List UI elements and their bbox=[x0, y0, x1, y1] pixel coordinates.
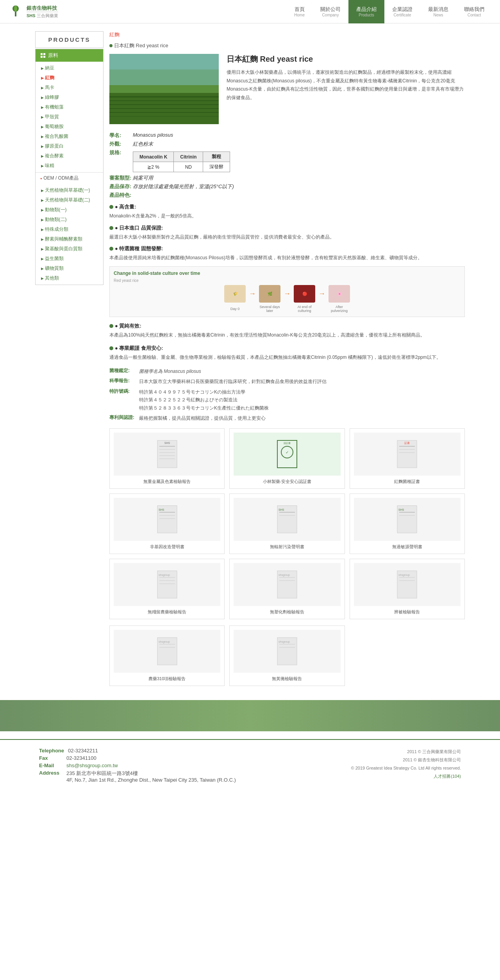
cert-5[interactable]: SHS 無過敏源聲明書 bbox=[350, 494, 465, 554]
sidebar-item-special[interactable]: 特殊成分類 bbox=[36, 225, 103, 234]
cert-7[interactable]: shsgroup 無塑化劑檢驗報告 bbox=[229, 559, 345, 619]
copyright-1: 2011 © 三合興藥業有限公司 bbox=[351, 748, 461, 756]
feature-text-2: 本產品後使用原純米培養的紅麴菌種(Monascus Pilosus)培養，以固態… bbox=[109, 254, 465, 262]
sidebar-item-animal1[interactable]: 動物類(一) bbox=[36, 205, 103, 215]
footer-tel-row: Telephone 02-32342211 bbox=[39, 748, 236, 754]
sidebar-oem-list: 天然植物與草基礎(一) 天然植物與草基礎(二) 動物類(一) 動物類(二) 特殊… bbox=[36, 184, 103, 285]
logo-text: 銀杏生物科技 SHS 三合興藥業 bbox=[27, 5, 58, 19]
feature-high-content: ● 高含量: Monakolin-K含量為2%，是一般的5倍高。 bbox=[109, 203, 465, 221]
feature-quality: ● 日本進口 品質保證: 嚴選日本大阪小林製藥所製作之高品質紅麴，嚴格的衛生管理… bbox=[109, 225, 465, 242]
cert-label-2: 紅麴菌種証書 bbox=[354, 479, 461, 485]
svg-rect-17 bbox=[157, 440, 177, 468]
nav-contact[interactable]: 聯絡我們Contact bbox=[456, 0, 492, 23]
sidebar: PRODUCTS 原料 納豆 紅麴 馬卡 綠蜂膠 有機蛆藻 甲殼質 葡萄糖胺 複… bbox=[35, 31, 104, 692]
spec-latin: 學名: Monascus pilosus bbox=[109, 132, 465, 139]
cert-img-8: shsgroup bbox=[354, 563, 461, 606]
nav-products[interactable]: 產品介紹Products bbox=[348, 0, 384, 23]
safe-text: 通過食品一般生菌檢驗、重金屬、微生物專業檢測，檢驗報告截質，本產品之紅麴無抽出橘… bbox=[109, 353, 465, 362]
sidebar-item-mineral[interactable]: 礦物質類 bbox=[36, 264, 103, 273]
product-description: 優用日本大阪小林製藥產品，以傳統手法，遵家技術製造出的紅麴製品，經過標準的嚴製粉… bbox=[227, 68, 465, 102]
sidebar-item-probiotic[interactable]: 益生菌類 bbox=[36, 254, 103, 264]
nav-company[interactable]: 關於公司Company bbox=[312, 0, 348, 23]
logo-area: 銀杏生物科技 SHS 三合興藥業 bbox=[8, 4, 86, 20]
sidebar-item-plant1[interactable]: 天然植物與草基礎(一) bbox=[36, 185, 103, 195]
svg-text:SHS: SHS bbox=[159, 508, 164, 511]
spec-appearance: 外觀: 紅色粉末 bbox=[109, 141, 465, 148]
sidebar-item-animal2[interactable]: 動物類(二) bbox=[36, 215, 103, 225]
sidebar-item-enzyme[interactable]: 複合酵素 bbox=[36, 151, 103, 161]
nav-news[interactable]: 最新消息News bbox=[420, 0, 456, 23]
svg-text:shsgroup: shsgroup bbox=[279, 574, 290, 577]
footer-fax-row: Fax 02-32341100 bbox=[39, 755, 236, 761]
svg-rect-2 bbox=[15, 12, 16, 16]
sidebar-item-enzyme2[interactable]: 酵素與輔酶酵素類 bbox=[36, 234, 103, 244]
svg-text:shsgroup: shsgroup bbox=[159, 640, 170, 643]
sidebar-item-chitin[interactable]: 甲殼質 bbox=[36, 112, 103, 122]
sidebar-item-lacto[interactable]: 複合乳酸菌 bbox=[36, 132, 103, 141]
sidebar-item-plant2[interactable]: 天然植物與草基礎(二) bbox=[36, 195, 103, 205]
cert-9[interactable]: shsgroup 農藥310項檢驗報告 bbox=[109, 625, 225, 686]
nav-certificate[interactable]: 企業認證Certificate bbox=[384, 0, 420, 23]
cert-row4: shsgroup 農藥310項檢驗報告 shsgroup 無黃黴檢驗報告 bbox=[109, 625, 465, 686]
footer-email-link[interactable]: shs@shsgroup.com.tw bbox=[66, 763, 118, 768]
main-content: PRODUCTS 原料 納豆 紅麴 馬卡 綠蜂膠 有機蛆藻 甲殼質 葡萄糖胺 複… bbox=[35, 23, 465, 700]
safe-title: ● 專業嚴謹 食用安心: bbox=[109, 345, 465, 352]
cert-2[interactable]: 証書 紅麴菌種証書 bbox=[350, 428, 465, 489]
sidebar-title: PRODUCTS bbox=[35, 31, 104, 48]
sidebar-item-maca[interactable]: 馬卡 bbox=[36, 83, 103, 93]
cert-img-1: ✓認証書 bbox=[234, 433, 340, 476]
product-image bbox=[109, 54, 219, 124]
sidebar-item-redyeast[interactable]: 紅麴 bbox=[36, 73, 103, 83]
svg-text:✓: ✓ bbox=[286, 450, 289, 454]
sidebar-item-natto[interactable]: 納豆 bbox=[36, 63, 103, 73]
product-content: 紅麴 日本紅麴 Red yeast rice bbox=[109, 31, 465, 692]
spec-storage: 產品保存: 存放於陰涼處避免陽光照射，室溫(25°C以下) bbox=[109, 183, 465, 190]
spec-format: 規格: Monacolin K Citrinin 製程 ≧2 % ND 深發酵 bbox=[109, 149, 465, 172]
pure-text: 本產品為100%純天然紅麴粉末，無抽出橘黴毒素Citrinin，有效生理活性物質… bbox=[109, 331, 465, 340]
feature-ferment: ● 特選菌種 固態發酵: 本產品後使用原純米培養的紅麴菌種(Monascus P… bbox=[109, 245, 465, 262]
cert-img-9: shsgroup bbox=[114, 630, 220, 673]
spec-package: 審案類型: 純案可用 bbox=[109, 175, 465, 182]
cert-6[interactable]: shsgroup 無殘留農藥檢驗報告 bbox=[109, 559, 225, 619]
cert-label-1: 小林製藥-安全安心認証書 bbox=[234, 479, 340, 485]
svg-rect-4 bbox=[43, 53, 45, 55]
arrow-2: → bbox=[284, 290, 291, 298]
sidebar-item-seasoning[interactable]: 味精 bbox=[36, 161, 103, 171]
product-title: 日本紅麴 Red yeast rice bbox=[227, 54, 465, 64]
svg-text:証書: 証書 bbox=[404, 442, 410, 444]
main-nav: 首頁Home 關於公司Company 產品介紹Products 企業認證Cert… bbox=[86, 0, 492, 23]
pure-section: ● 質純有效: 本產品為100%純天然紅麴粉末，無抽出橘黴毒素Citrinin，… bbox=[109, 323, 465, 340]
cert-0[interactable]: SHS 無重金屬及色素檢驗報告 bbox=[109, 428, 225, 489]
nav-home[interactable]: 首頁Home bbox=[286, 0, 312, 23]
breadcrumb: 紅麴 bbox=[109, 31, 465, 38]
cert-10[interactable]: shsgroup 無黃黴檢驗報告 bbox=[229, 625, 345, 686]
specs-section: 學名: Monascus pilosus 外觀: 紅色粉末 規格: Monaco… bbox=[109, 132, 465, 199]
sidebar-item-collagen[interactable]: 膠原蛋白 bbox=[36, 141, 103, 151]
culture-sub: Red yeast rice bbox=[114, 278, 461, 283]
sidebar-raw-header: 原料 bbox=[36, 49, 103, 62]
cert-3[interactable]: SHS 非基因改造聲明書 bbox=[109, 494, 225, 554]
patent-cert: 專利與認證: 嚴格把握製橘，提共品質相關認證，提供品質，使用上更安心 bbox=[109, 414, 465, 422]
patent-report: 科學報告: 日本大阪市立大學藥科林口長医藥藥院進行臨床研究，針對紅麴食品食用後的… bbox=[109, 378, 465, 385]
cert-8[interactable]: shsgroup 辨被檢驗報告 bbox=[350, 559, 465, 619]
recruit-link[interactable]: 人才招募(104) bbox=[351, 772, 461, 780]
copyright-3: © 2019 Greatest Idea Strategy Co. Ltd Al… bbox=[351, 764, 461, 772]
cert-1[interactable]: ✓認証書 小林製藥-安全安心認証書 bbox=[229, 428, 345, 489]
sidebar-item-spirulina[interactable]: 有機蛆藻 bbox=[36, 102, 103, 112]
patent-species: 菌種鑑定: 菌種學名為 Monascus pilosus bbox=[109, 367, 465, 375]
sidebar-item-propolis[interactable]: 綠蜂膠 bbox=[36, 93, 103, 102]
label-2: Several days later bbox=[259, 305, 280, 313]
cert-img-5: SHS bbox=[354, 498, 461, 541]
sidebar-item-glucosamine[interactable]: 葡萄糖胺 bbox=[36, 122, 103, 132]
cert-label-5: 無過敏源聲明書 bbox=[354, 544, 461, 550]
cert-4[interactable]: SHS 無輻射污染聲明書 bbox=[229, 494, 345, 554]
cert-img-2: 証書 bbox=[354, 433, 461, 476]
breadcrumb-main: 紅麴 bbox=[109, 31, 120, 38]
sidebar-item-protein[interactable]: 聚基酸與蛋白質類 bbox=[36, 244, 103, 254]
arrow-1: → bbox=[249, 290, 256, 298]
sidebar-item-others[interactable]: 其他類 bbox=[36, 273, 103, 283]
footer: Telephone 02-32342211 Fax 02-32341100 E-… bbox=[0, 739, 500, 792]
cert-label-9: 農藥310項檢驗報告 bbox=[114, 676, 220, 682]
cert-label-4: 無輻射污染聲明書 bbox=[234, 544, 340, 550]
svg-text:shsgroup: shsgroup bbox=[279, 640, 290, 643]
